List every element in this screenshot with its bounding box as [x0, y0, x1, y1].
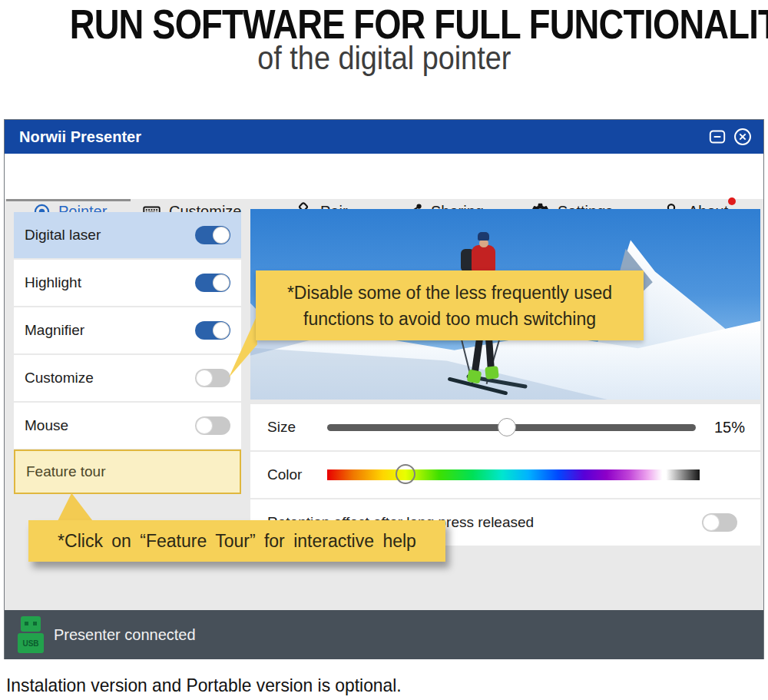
sidebar-label: Customize — [25, 370, 94, 386]
minimize-icon — [707, 127, 727, 147]
status-text: Presenter connected — [54, 626, 196, 644]
digital-laser-toggle[interactable] — [195, 226, 230, 244]
close-icon — [733, 127, 753, 147]
notification-badge — [728, 197, 736, 205]
skier-hat — [478, 232, 489, 241]
color-slider-knob[interactable] — [396, 464, 415, 484]
titlebar: Norwii Presenter — [5, 120, 763, 154]
sidebar-item-customize[interactable]: Customize — [14, 355, 241, 401]
window-title: Norwii Presenter — [19, 120, 141, 154]
sidebar-item-mouse[interactable]: Mouse — [14, 403, 241, 449]
active-tab-underline — [6, 199, 131, 201]
sidebar-label: Digital laser — [25, 227, 101, 244]
app-window: Norwii Presenter Pointer — [4, 119, 764, 659]
retention-toggle[interactable] — [702, 513, 737, 532]
size-value: 15% — [714, 419, 745, 436]
footer-caption: Instalation version and Portable version… — [6, 675, 422, 696]
color-setting-row: Color — [250, 452, 760, 498]
size-slider-knob[interactable] — [498, 418, 516, 436]
sidebar-item-feature-tour[interactable]: Feature tour — [14, 450, 241, 494]
usb-icon: USB — [17, 616, 45, 653]
sidebar-item-highlight[interactable]: Highlight — [14, 260, 241, 306]
page-subtitle: of the digital pointer — [0, 40, 768, 77]
sidebar-label: Magnifier — [25, 322, 84, 339]
highlight-toggle[interactable] — [195, 274, 230, 292]
magnifier-toggle[interactable] — [195, 321, 230, 340]
tab-bar: Pointer Customize — [5, 154, 763, 199]
minimize-button[interactable] — [707, 127, 727, 147]
sidebar-label: Feature tour — [26, 463, 106, 480]
sidebar-label: Highlight — [25, 274, 81, 291]
sidebar-item-digital-laser[interactable]: Digital laser — [14, 212, 241, 258]
color-label: Color — [267, 466, 302, 483]
size-label: Size — [267, 419, 296, 436]
color-gradient-slider[interactable] — [327, 469, 700, 480]
close-button[interactable] — [733, 127, 753, 147]
skier-boot — [467, 369, 482, 383]
customize-toggle[interactable] — [195, 369, 230, 387]
usb-icon-label: USB — [18, 633, 44, 653]
status-bar: USB Presenter connected — [5, 610, 763, 659]
callout-feature-note: *Click on “Feature Tour” for interactive… — [28, 520, 445, 562]
skier-boot — [485, 366, 499, 380]
sidebar-item-magnifier[interactable]: Magnifier — [14, 307, 241, 353]
mouse-toggle[interactable] — [195, 416, 230, 435]
callout-disable-note: *Disable some of the less frequently use… — [256, 270, 644, 340]
sidebar-label: Mouse — [25, 417, 68, 434]
size-setting-row: Size 15% — [250, 404, 760, 450]
